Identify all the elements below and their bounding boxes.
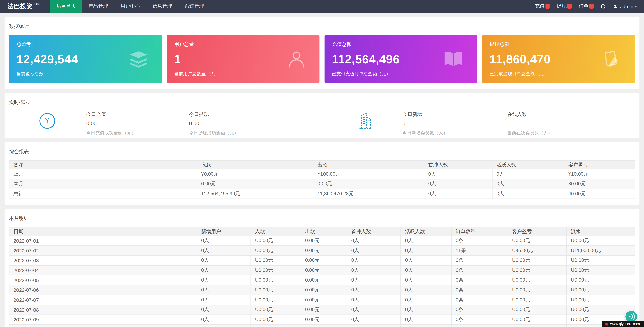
table-cell: 2022-07-04 <box>9 265 197 275</box>
table-cell: 0人 <box>197 255 251 265</box>
table-cell: 0人 <box>492 169 564 179</box>
column-header: 新增用户 <box>197 227 251 236</box>
brand-tag: TP6 <box>34 3 40 6</box>
table-cell: 2022-07-08 <box>9 305 197 315</box>
navbar-right: 充值0 提现0 订单0 admin <box>535 0 644 13</box>
building-icon <box>357 112 373 129</box>
menu-item-system[interactable]: 系统管理 <box>178 0 210 13</box>
table-row: 2022-07-100人U0.00元0.00元0人0人0条U0.00元U0.00… <box>9 324 635 327</box>
table-cell: U0.00元 <box>251 255 300 265</box>
shortcut-withdraw[interactable]: 提现0 <box>557 3 572 10</box>
table-cell: U0.00元 <box>508 275 566 285</box>
card-desc: 已完成提现订单总金额（元） <box>490 71 628 77</box>
table-row: 2022-07-040人U0.00元0.00元0人0人0条U0.00元U0.00… <box>9 265 635 275</box>
table-cell: 0人 <box>401 246 452 255</box>
table-cell: U0.00元 <box>566 236 635 246</box>
person-icon <box>288 50 306 68</box>
table-cell: 0人 <box>197 295 251 305</box>
table-cell: U0.00元 <box>251 295 300 305</box>
stats-panel: 数据统计 总盈亏 12,429,544 当前盈亏总数 用户总量 1 当前用户总数… <box>4 17 640 89</box>
withdraw-count-badge: 0 <box>568 4 572 9</box>
column-header: 活跃人数 <box>401 227 452 236</box>
table-cell: 0人 <box>197 285 251 295</box>
report-panel-title: 综合报表 <box>9 148 635 155</box>
table-cell: 0.00元 <box>197 179 313 189</box>
table-cell: U0.00元 <box>508 236 566 246</box>
table-row: 2022-07-090人U0.00元0.00元0人0人0条U0.00元U0.00… <box>9 315 635 325</box>
table-cell: 0人 <box>401 324 452 327</box>
stat-card-total-recharge: 充值总额 112,564,496 已支付充值订单总金额（元） <box>324 35 477 83</box>
refresh-button[interactable] <box>600 4 606 9</box>
table-cell: 0.00元 <box>301 324 347 327</box>
table-cell: 0人 <box>424 189 492 199</box>
column-header: 客户盈亏 <box>508 227 566 236</box>
metric-today-recharge: 今日充值 0.00 今日充值成功金额（元） <box>86 111 136 136</box>
table-cell: 0人 <box>197 305 251 315</box>
table-cell: ¥100.00元 <box>313 169 424 179</box>
table-cell: U0.00元 <box>251 236 300 246</box>
table-cell: 11,860,470.28元 <box>313 189 424 199</box>
user-menu[interactable]: admin <box>613 4 638 9</box>
table-body: 2022-07-010人U0.00元0.00元0人0人0条U0.00元U0.00… <box>9 236 635 327</box>
shortcut-orders[interactable]: 订单0 <box>579 3 594 10</box>
table-cell: 0.00元 <box>301 295 347 305</box>
admin-dashboard-page: 法巴投资 TP6 后台首页 产品管理 用户中心 信息管理 系统管理 充值0 提现… <box>0 0 644 327</box>
table-cell: U45.00元 <box>508 246 566 255</box>
table-cell: 0条 <box>452 295 508 305</box>
table-cell: 0人 <box>401 315 452 325</box>
metric-desc: 今日新增会员数（人） <box>402 130 448 136</box>
card-desc: 已支付充值订单总金额（元） <box>332 71 470 77</box>
column-header: 入款 <box>197 161 313 169</box>
shortcut-withdraw-label: 提现 <box>557 3 566 10</box>
table-cell: 0人 <box>197 265 251 275</box>
card-desc: 当前盈亏总数 <box>16 71 154 77</box>
realtime-row: ¥ 今日充值 0.00 今日充值成功金额（元） 今日提现 0.00 今日提现成功… <box>9 111 635 132</box>
column-header: 流水 <box>566 227 635 236</box>
table-cell: U11,000.00元 <box>566 246 635 255</box>
menu-item-user-center[interactable]: 用户中心 <box>114 0 146 13</box>
shortcut-recharge[interactable]: 充值0 <box>535 3 550 10</box>
table-cell: 0条 <box>452 285 508 295</box>
table-cell: 0.00元 <box>301 236 347 246</box>
table-cell: 40.00元 <box>564 189 635 199</box>
table-cell: U0.00元 <box>508 324 566 327</box>
column-header: 订单数量 <box>452 227 508 236</box>
table-row: 2022-07-030人U0.00元0.00元0人0人0条U0.00元U0.00… <box>9 255 635 265</box>
shortcut-orders-label: 订单 <box>579 3 588 10</box>
table-cell: U0.00元 <box>251 246 300 255</box>
table-cell: 上月 <box>9 169 197 179</box>
shortcut-recharge-label: 充值 <box>535 3 545 10</box>
card-desc: 当前用户总数量（人） <box>174 71 312 77</box>
table-cell: 2022-07-09 <box>9 315 197 325</box>
metric-value: 1 <box>507 120 552 127</box>
menu-item-dashboard[interactable]: 后台首页 <box>50 0 82 13</box>
table-cell: 0人 <box>401 305 452 315</box>
detail-panel-title: 本月明细 <box>9 215 635 222</box>
table-cell: U0.00元 <box>251 265 300 275</box>
menu-item-products[interactable]: 产品管理 <box>82 0 114 13</box>
table-head: 备注入款出款首冲人数活跃人数客户盈亏 <box>9 161 635 169</box>
table-row: 2022-07-020人U0.00元0.00元0人0人11条U45.00元U11… <box>9 246 635 255</box>
table-cell: 0.00元 <box>301 265 347 275</box>
metric-value: 0.00 <box>86 120 136 127</box>
orders-count-badge: 0 <box>589 4 594 9</box>
metric-label: 在线人数 <box>507 111 552 118</box>
table-cell: 2022-07-07 <box>9 295 197 305</box>
header-row: 备注入款出款首冲人数活跃人数客户盈亏 <box>9 161 635 169</box>
brand-logo[interactable]: 法巴投资 TP6 <box>0 0 50 13</box>
table-cell: 0.00元 <box>301 305 347 315</box>
metric-desc: 今日充值成功金额（元） <box>86 130 136 136</box>
site-watermark[interactable]: www.qiyuan7.com <box>602 320 644 327</box>
red-logo-icon <box>606 322 608 325</box>
metric-label: 今日充值 <box>86 111 136 118</box>
column-header: 入款 <box>251 227 300 236</box>
table-cell: 2022-07-02 <box>9 246 197 255</box>
menu-item-info[interactable]: 信息管理 <box>146 0 178 13</box>
stats-panel-title: 数据统计 <box>9 23 635 30</box>
table-cell: U0.00元 <box>508 285 566 295</box>
refresh-icon <box>600 4 606 9</box>
detail-panel: 本月明细 日期新增用户入款出款首冲人数活跃人数订单数量客户盈亏流水 2022-0… <box>4 209 640 327</box>
table-row: 2022-07-080人U0.00元0.00元0人0人0条U0.00元U0.00… <box>9 305 635 315</box>
table-cell: 0.00元 <box>301 275 347 285</box>
column-header: 出款 <box>301 227 347 236</box>
